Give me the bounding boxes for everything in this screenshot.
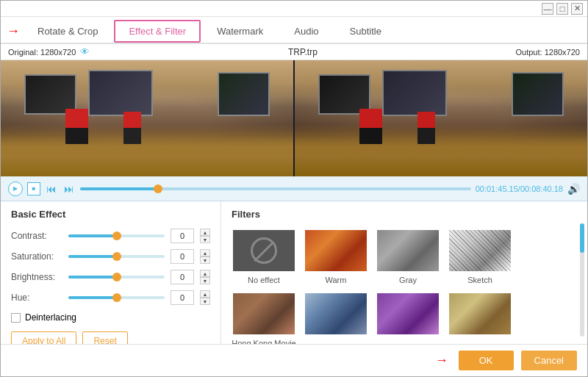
saturation-slider[interactable] <box>68 255 165 258</box>
sketch-visual <box>449 230 511 271</box>
contrast-up[interactable]: ▲ <box>200 229 210 236</box>
filter-thumb-row2-1 <box>304 292 368 336</box>
output-preview <box>295 60 587 176</box>
filters-title: Filters <box>232 209 577 220</box>
filter-scrollbar[interactable] <box>580 223 584 337</box>
tab-bar: → Rotate & Crop Effect & Filter Watermar… <box>1 17 587 44</box>
preview-eye-icon[interactable]: 👁 <box>80 46 90 57</box>
filter-scrollbar-thumb[interactable] <box>580 223 584 253</box>
deinterlace-checkbox[interactable] <box>11 313 21 323</box>
saturation-row: Saturation: 0 ▲ ▼ <box>11 249 210 264</box>
close-button[interactable]: ✕ <box>571 3 583 15</box>
filters-grid: No effect Warm Gray <box>232 229 577 344</box>
saturation-down[interactable]: ▼ <box>200 256 210 264</box>
filter-thumb-row2-3 <box>448 292 512 336</box>
filter-gray[interactable]: Gray <box>376 229 440 284</box>
brightness-thumb[interactable] <box>112 273 121 281</box>
cancel-button[interactable]: Cancel <box>521 351 577 370</box>
play-button[interactable]: ▶ <box>8 182 23 196</box>
saturation-thumb[interactable] <box>112 252 121 261</box>
filter-row2-1[interactable] <box>304 292 368 344</box>
row2-2-visual <box>377 293 439 334</box>
time-current: 00:01:45.15 <box>476 184 518 193</box>
floor-2 <box>295 136 587 176</box>
contrast-label: Contrast: <box>11 231 62 241</box>
painting-3 <box>218 72 270 116</box>
painting-5 <box>382 70 447 116</box>
basic-effect-panel: Basic Effect Contrast: 0 ▲ ▼ Saturation: <box>1 201 221 344</box>
filter-sketch[interactable]: Sketch <box>448 229 512 284</box>
stop-button[interactable]: ■ <box>27 182 40 195</box>
filter-thumb-row2-2 <box>376 292 440 336</box>
tab-rotate-crop[interactable]: Rotate & Crop <box>23 20 112 43</box>
figure-3 <box>359 109 383 143</box>
filter-no-effect[interactable]: No effect <box>232 229 296 284</box>
filter-row2-2[interactable] <box>376 292 440 344</box>
filter-row2-3[interactable] <box>448 292 512 344</box>
hue-spinners: ▲ ▼ <box>200 290 210 305</box>
filter-hk-movie[interactable]: Hong Kong Movie <box>232 292 296 344</box>
ok-button[interactable]: OK <box>459 351 514 370</box>
contrast-down[interactable]: ▼ <box>200 236 210 243</box>
filename-display: TRP.trp <box>288 47 318 57</box>
brightness-fill <box>68 276 117 279</box>
filter-label-warm: Warm <box>326 276 347 284</box>
original-preview <box>1 60 293 176</box>
figure-1 <box>65 109 89 143</box>
time-total: 00:08:40.18 <box>520 184 563 193</box>
hue-label: Hue: <box>11 292 62 303</box>
hue-thumb[interactable] <box>112 293 121 302</box>
progress-thumb[interactable] <box>154 184 162 193</box>
maximize-button[interactable]: □ <box>556 3 568 15</box>
original-preview-canvas <box>1 60 293 176</box>
filter-thumb-warm <box>304 229 368 273</box>
figure-4 <box>417 112 435 144</box>
hue-down[interactable]: ▼ <box>200 298 210 305</box>
next-frame-button[interactable]: ⏭ <box>62 183 76 195</box>
filter-label-sketch: Sketch <box>467 276 492 284</box>
tab-watermark[interactable]: Watermark <box>202 20 278 43</box>
hk-movie-visual <box>233 293 295 334</box>
hue-row: Hue: 0 ▲ ▼ <box>11 290 210 305</box>
saturation-up[interactable]: ▲ <box>200 249 210 256</box>
filter-warm[interactable]: Warm <box>304 229 368 284</box>
brightness-spinners: ▲ ▼ <box>200 270 210 284</box>
prev-frame-button[interactable]: ⏮ <box>45 183 58 195</box>
action-buttons: Apply to All Reset <box>11 331 210 344</box>
hue-slider[interactable] <box>68 296 165 299</box>
no-effect-visual <box>233 230 295 271</box>
minimize-button[interactable]: — <box>542 3 553 15</box>
filter-thumb-hk-movie <box>232 292 296 336</box>
time-display: 00:01:45.15/00:08:40.18 <box>476 184 563 193</box>
saturation-spinners: ▲ ▼ <box>200 249 210 264</box>
brightness-up[interactable]: ▲ <box>200 270 210 277</box>
progress-track[interactable] <box>80 187 471 190</box>
brightness-value: 0 <box>171 270 194 284</box>
sketch-lines <box>449 230 511 271</box>
volume-icon[interactable]: 🔊 <box>567 183 580 195</box>
tab-subtitle[interactable]: Subtitle <box>335 20 396 43</box>
filter-thumb-no-effect <box>232 229 296 273</box>
reset-button[interactable]: Reset <box>82 331 127 344</box>
output-resolution: Output: 1280x720 <box>516 48 580 57</box>
basic-effect-title: Basic Effect <box>11 209 210 220</box>
deinterlace-label: Deinterlacing <box>25 312 76 323</box>
filter-thumb-sketch <box>448 229 512 273</box>
playback-bar: ▶ ■ ⏮ ⏭ 00:01:45.15/00:08:40.18 🔊 <box>1 176 587 201</box>
brightness-slider[interactable] <box>68 276 165 279</box>
apply-to-all-button[interactable]: Apply to All <box>11 331 76 344</box>
filter-label-gray: Gray <box>399 276 417 284</box>
contrast-thumb[interactable] <box>112 231 121 240</box>
contrast-slider[interactable] <box>68 234 165 237</box>
tab-audio[interactable]: Audio <box>279 20 333 43</box>
brightness-row: Brightness: 0 ▲ ▼ <box>11 270 210 284</box>
contrast-spinners: ▲ ▼ <box>200 229 210 243</box>
title-bar: — □ ✕ <box>1 1 587 17</box>
progress-fill <box>80 187 158 190</box>
info-bar: Original: 1280x720 👁 TRP.trp Output: 128… <box>1 44 587 60</box>
info-left: Original: 1280x720 👁 <box>8 46 90 57</box>
hue-up[interactable]: ▲ <box>200 290 210 298</box>
brightness-down[interactable]: ▼ <box>200 277 210 284</box>
painting-2 <box>88 70 153 116</box>
tab-effect-filter[interactable]: Effect & Filter <box>114 20 201 43</box>
